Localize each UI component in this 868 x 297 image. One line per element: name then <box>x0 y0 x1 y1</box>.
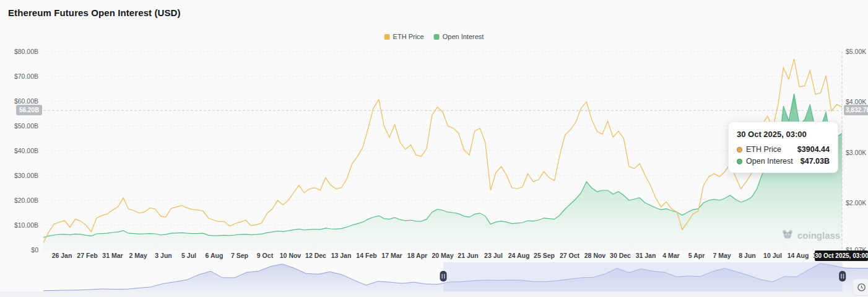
navigator-selection[interactable] <box>443 262 843 291</box>
chart-panel: Ethereum Futures Open Interest (USD) ETH… <box>0 0 868 297</box>
handle-grip-icon <box>843 274 844 279</box>
history-clock-button[interactable] <box>853 278 868 296</box>
chart-plot-area[interactable] <box>0 0 868 297</box>
legend-label: ETH Price <box>393 33 424 40</box>
legend-item-eth-price[interactable]: ETH Price <box>384 33 424 40</box>
open-interest-swatch-icon <box>434 34 440 40</box>
open-interest-area <box>43 94 842 250</box>
legend-label: Open Interest <box>443 33 484 40</box>
legend: ETH Price Open Interest <box>384 33 484 40</box>
handle-grip-icon <box>441 274 443 279</box>
eth-price-swatch-icon <box>384 34 390 40</box>
legend-item-open-interest[interactable]: Open Interest <box>434 33 484 40</box>
handle-grip-icon <box>841 274 842 279</box>
brush-handle-left[interactable] <box>440 271 447 281</box>
navigator-strip[interactable] <box>43 262 868 291</box>
clock-icon <box>857 283 866 292</box>
handle-grip-icon <box>444 274 445 279</box>
data-series <box>43 59 842 250</box>
brush-handle-right[interactable] <box>839 271 846 281</box>
